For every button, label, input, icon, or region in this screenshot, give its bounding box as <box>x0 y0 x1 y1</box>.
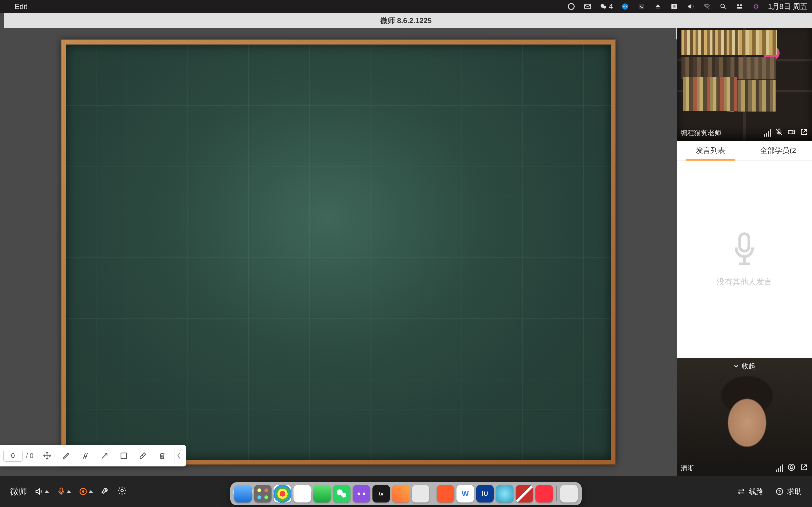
delete-tool[interactable] <box>154 448 170 464</box>
camera-icon[interactable] <box>787 128 796 138</box>
dock-app[interactable] <box>294 485 311 503</box>
mic-control[interactable] <box>56 487 71 496</box>
menu-edit[interactable]: Edit <box>15 2 28 11</box>
svg-rect-4 <box>639 4 644 9</box>
popout-icon[interactable] <box>800 128 808 138</box>
dock-app[interactable] <box>274 485 291 503</box>
settings-button[interactable] <box>117 486 127 497</box>
dock-app[interactable] <box>234 485 252 503</box>
svg-rect-16 <box>740 234 749 251</box>
volume-icon[interactable] <box>686 2 695 11</box>
dock-app[interactable] <box>313 485 331 503</box>
svg-point-22 <box>121 489 123 492</box>
text-tool[interactable] <box>78 448 93 464</box>
floating-toolbar: / 0 <box>0 445 186 466</box>
svg-point-7 <box>721 4 724 8</box>
svg-rect-18 <box>791 466 792 468</box>
spotlight-icon[interactable] <box>719 2 727 11</box>
arrow-tool[interactable] <box>97 448 112 464</box>
dock-app[interactable] <box>254 485 271 503</box>
menubar-datetime[interactable]: 1月8日 周五 <box>768 2 808 11</box>
app-title: 微师 8.6.2.1225 <box>380 16 432 25</box>
dock-app[interactable]: tv <box>372 485 390 503</box>
tab-speaker-list[interactable]: 发言列表 <box>677 141 744 160</box>
chalkboard[interactable] <box>66 45 611 460</box>
teamviewer-icon[interactable] <box>621 2 629 11</box>
chalkboard-grid <box>66 45 611 460</box>
dock-separator <box>433 486 434 501</box>
macos-menubar: Edit 4 拼 1月8日 周五 <box>0 0 812 13</box>
dock-app[interactable] <box>392 485 410 503</box>
mic-muted-icon[interactable] <box>775 128 783 138</box>
signal-icon <box>764 129 771 136</box>
input-method-icon[interactable]: 拼 <box>670 2 678 11</box>
help-button[interactable]: 求助 <box>775 487 802 497</box>
dock-trash[interactable] <box>560 485 578 503</box>
stop-icon[interactable] <box>567 2 575 11</box>
self-mic-icon[interactable] <box>787 463 796 473</box>
page-input[interactable] <box>3 450 22 462</box>
panel-tabs: 发言列表 全部学员(2 <box>677 141 812 161</box>
empty-speaker-text: 没有其他人发言 <box>717 277 772 287</box>
app-titlebar: 微师 8.6.2.1225 <box>0 13 812 28</box>
svg-rect-9 <box>740 4 742 6</box>
camera-control[interactable] <box>79 487 93 496</box>
control-center-icon[interactable] <box>735 2 744 11</box>
dock-app[interactable] <box>516 485 533 503</box>
svg-rect-10 <box>737 7 742 9</box>
move-tool[interactable] <box>39 448 55 464</box>
dock-app[interactable] <box>496 485 513 503</box>
teacher-video[interactable]: 编程猫冀老师 <box>677 28 812 141</box>
menubar-status-area: 4 拼 1月8日 周五 <box>567 2 808 11</box>
eraser-tool[interactable] <box>135 448 151 464</box>
wechat-status[interactable]: 4 <box>600 2 613 11</box>
dock-app[interactable] <box>536 485 553 503</box>
svg-point-2 <box>603 6 606 9</box>
dock-app[interactable]: iU <box>476 485 494 503</box>
chalkboard-frame <box>61 40 616 465</box>
page-total: / 0 <box>26 452 34 460</box>
svg-rect-8 <box>737 4 739 6</box>
bottom-app-label: 微师 <box>10 486 27 497</box>
mic-idle-icon <box>729 231 760 269</box>
right-panel: 编程猫冀老师 发言列表 全部学员(2 没有其他人发言 收起 <box>677 28 812 476</box>
pen-tool[interactable] <box>58 448 74 464</box>
tools-button[interactable] <box>100 486 110 497</box>
self-signal-icon <box>776 464 783 472</box>
dock-app[interactable] <box>437 485 454 503</box>
self-video[interactable]: 收起 清晰 <box>677 358 812 476</box>
terminal-icon[interactable] <box>637 2 646 11</box>
wechat-count: 4 <box>609 2 613 11</box>
mail-icon[interactable] <box>583 2 592 11</box>
svg-text:拼: 拼 <box>672 4 676 9</box>
svg-rect-13 <box>121 453 126 459</box>
route-button[interactable]: 线路 <box>737 487 763 497</box>
video-quality[interactable]: 清晰 <box>680 464 694 473</box>
tab-all-students[interactable]: 全部学员(2 <box>744 141 812 160</box>
shape-tool[interactable] <box>116 448 132 464</box>
dock-app[interactable]: W <box>456 485 474 503</box>
dock-app[interactable] <box>353 485 370 503</box>
self-video-person <box>677 358 812 476</box>
wifi-off-icon[interactable] <box>703 2 711 11</box>
dock-app[interactable] <box>412 485 429 503</box>
svg-point-17 <box>788 464 795 471</box>
svg-rect-15 <box>788 130 793 134</box>
toolbar-collapse[interactable] <box>174 448 183 464</box>
eject-icon[interactable] <box>654 2 662 11</box>
macos-dock[interactable]: tv W iU <box>231 482 581 505</box>
svg-rect-19 <box>60 488 63 492</box>
dock-app[interactable] <box>333 485 350 503</box>
siri-icon[interactable] <box>752 2 760 11</box>
teacher-name: 编程猫冀老师 <box>680 128 721 137</box>
canvas-area: / 0 <box>0 28 677 476</box>
dock-separator <box>556 486 557 501</box>
speaker-control[interactable] <box>35 487 49 496</box>
video-background <box>677 28 812 141</box>
self-popout-icon[interactable] <box>800 463 808 473</box>
speaker-list-empty: 没有其他人发言 <box>677 161 812 358</box>
svg-point-21 <box>82 490 85 493</box>
svg-point-3 <box>622 3 628 10</box>
collapse-self-video[interactable]: 收起 <box>733 362 755 371</box>
